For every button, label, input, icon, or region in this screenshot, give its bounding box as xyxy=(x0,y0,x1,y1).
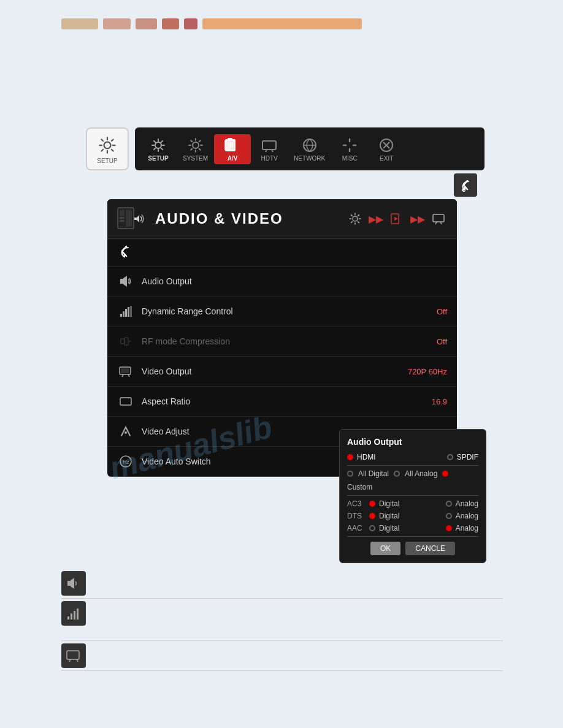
nav-item-exit[interactable]: EXIT xyxy=(368,134,405,164)
nav-system-icon xyxy=(187,137,204,154)
nav-av-icon xyxy=(224,137,241,154)
popup-divider-1 xyxy=(347,465,478,466)
dynamic-range-label: Dynamic Range Control xyxy=(142,306,437,316)
svg-rect-47 xyxy=(120,398,131,405)
all-analog-radio[interactable] xyxy=(394,471,400,477)
ac3-analog-radio[interactable] xyxy=(446,501,452,507)
popup-divider-3 xyxy=(347,536,478,537)
svg-point-28 xyxy=(353,216,358,221)
av-panel-title: AUDIO & VIDEO xyxy=(155,210,347,227)
nav-item-system[interactable]: SYSTEM xyxy=(177,134,214,164)
popup-cancel-button[interactable]: CANCLE xyxy=(405,542,455,555)
aac-analog-radio[interactable] xyxy=(446,525,452,531)
header-arrow-right-2: ▶▶ xyxy=(410,213,425,225)
svg-rect-12 xyxy=(262,141,276,150)
svg-rect-24 xyxy=(120,210,124,216)
header-tv-icon[interactable] xyxy=(430,210,447,227)
nav-item-hdtv[interactable]: HDTV xyxy=(251,134,288,164)
aspect-ratio-label: Aspect Ratio xyxy=(142,396,432,406)
nav-bar: SETUP SYSTEM A/V HDTV xyxy=(135,127,484,170)
popup-btn-row: OK CANCLE xyxy=(347,542,478,555)
nav-hdtv-label: HDTV xyxy=(261,155,278,162)
all-analog-label: All Analog xyxy=(405,469,437,478)
dynamic-range-icon xyxy=(117,303,134,320)
svg-rect-31 xyxy=(433,214,444,222)
gear-icon xyxy=(96,134,118,156)
nav-av-label: A/V xyxy=(228,155,238,162)
bottom-bars-icon xyxy=(61,601,86,626)
dts-analog-label: Analog xyxy=(456,512,478,520)
svg-rect-51 xyxy=(67,581,71,586)
all-digital-radio[interactable] xyxy=(347,471,353,477)
back-arrow-button[interactable] xyxy=(454,173,477,197)
nav-item-network[interactable]: NETWORK xyxy=(288,134,331,164)
svg-rect-44 xyxy=(121,368,129,373)
video-output-label: Video Output xyxy=(142,366,408,376)
svg-point-2 xyxy=(193,142,199,148)
svg-rect-36 xyxy=(123,311,124,317)
dts-digital-radio[interactable] xyxy=(369,513,375,519)
rf-mode-value: Off xyxy=(437,337,447,346)
custom-label: Custom xyxy=(347,483,372,491)
top-bar-1 xyxy=(61,18,98,29)
dts-analog-radio[interactable] xyxy=(446,513,452,519)
top-bar-5 xyxy=(184,18,197,29)
bottom-item-bars xyxy=(61,601,503,641)
top-bar-2 xyxy=(103,18,131,29)
av-row-video-output[interactable]: Video Output 720P 60Hz xyxy=(107,357,457,387)
nav-misc-label: MISC xyxy=(342,155,358,162)
ac3-digital-radio[interactable] xyxy=(369,501,375,507)
rf-mode-icon xyxy=(117,333,134,350)
nav-hdtv-icon xyxy=(261,137,278,154)
nav-setup-icon xyxy=(150,137,167,154)
nav-setup-label: SETUP xyxy=(148,155,168,162)
svg-rect-54 xyxy=(74,611,75,620)
back-arrow-icon xyxy=(459,178,472,192)
popup-ac3-row: AC3 Digital Analog xyxy=(347,499,478,508)
nav-system-label: SYSTEM xyxy=(183,155,208,162)
header-settings-icon[interactable] xyxy=(347,210,364,227)
av-row-audio-output[interactable]: Audio Output xyxy=(107,267,457,297)
svg-rect-37 xyxy=(125,309,127,317)
svg-rect-40 xyxy=(121,339,124,344)
av-back-row[interactable] xyxy=(107,239,457,267)
top-bar-6 xyxy=(202,18,362,29)
top-bar-3 xyxy=(136,18,157,29)
ac3-analog-label: Analog xyxy=(456,499,478,508)
hdmi-radio[interactable] xyxy=(347,454,353,460)
bottom-screen-icon xyxy=(61,643,86,668)
bottom-speaker-icon xyxy=(61,571,86,596)
svg-rect-41 xyxy=(124,338,128,345)
nav-item-misc[interactable]: MISC xyxy=(331,134,368,164)
custom-radio[interactable] xyxy=(442,471,448,477)
setup-icon-area[interactable]: SETUP xyxy=(86,127,129,170)
popup-ok-button[interactable]: OK xyxy=(370,542,400,555)
nav-item-av[interactable]: A/V xyxy=(214,134,251,164)
video-output-value: 720P 60Hz xyxy=(408,367,447,376)
aac-digital-radio[interactable] xyxy=(369,525,375,531)
popup-divider-2 xyxy=(347,495,478,496)
bottom-bars-content xyxy=(92,601,503,638)
nav-item-setup[interactable]: SETUP xyxy=(140,134,177,164)
av-header-icons: ▶▶ ▶▶ xyxy=(347,210,447,227)
header-av-icon[interactable] xyxy=(388,210,405,227)
svg-point-48 xyxy=(124,431,127,434)
setup-label: SETUP xyxy=(97,157,117,164)
dts-label: DTS xyxy=(347,512,366,520)
dts-digital-label: Digital xyxy=(379,512,399,520)
dynamic-range-value: Off xyxy=(437,307,447,316)
svg-rect-56 xyxy=(67,651,79,659)
rf-mode-label: RF mode Compression xyxy=(142,336,437,346)
svg-rect-38 xyxy=(128,307,129,317)
av-row-dynamic-range[interactable]: Dynamic Range Control Off xyxy=(107,297,457,327)
video-adjust-icon xyxy=(117,423,134,440)
av-row-aspect-ratio[interactable]: Aspect Ratio 16.9 xyxy=(107,387,457,417)
nav-network-label: NETWORK xyxy=(294,155,325,162)
av-row-rf-mode[interactable]: RF mode Compression Off xyxy=(107,327,457,357)
spdif-radio[interactable] xyxy=(447,454,453,460)
nav-network-icon xyxy=(301,137,318,154)
bottom-item-screen xyxy=(61,643,503,671)
svg-text:Hz: Hz xyxy=(123,459,129,465)
popup-dts-row: DTS Digital Analog xyxy=(347,512,478,520)
av-back-arrow-icon xyxy=(117,244,132,259)
